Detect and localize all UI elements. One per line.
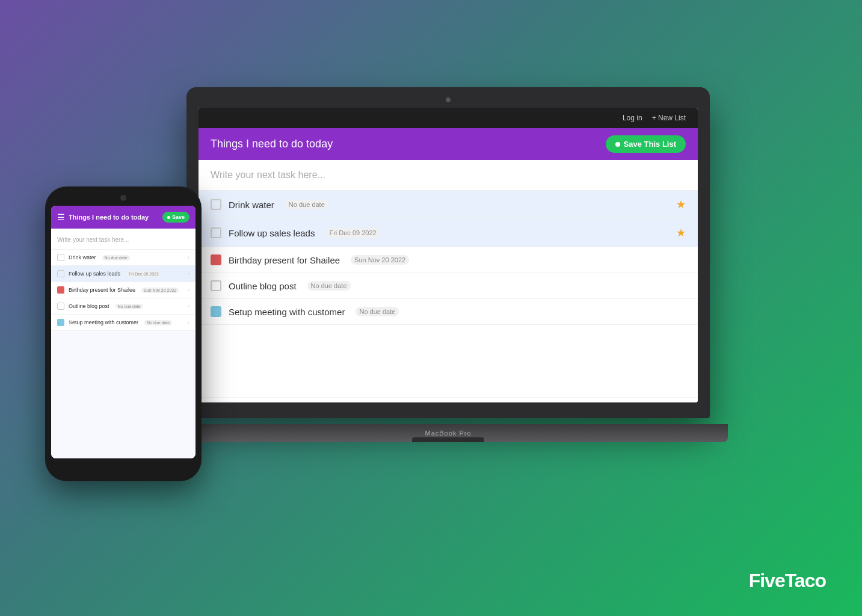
- phone-topbar: ☰ Things I need to do today Save: [51, 206, 195, 229]
- chevron-right-icon: ›: [188, 319, 189, 325]
- task-due-date: No due date: [307, 281, 351, 291]
- phone-task-name: Setup meeting with customer: [69, 319, 138, 325]
- laptop-device: Log in + New List Things I need to do to…: [186, 87, 710, 442]
- phone-task-checkbox[interactable]: [57, 254, 64, 261]
- phone-task-item[interactable]: Outline blog post No due date ›: [51, 298, 195, 315]
- chevron-right-icon: ›: [188, 271, 189, 277]
- laptop-body: Log in + New List Things I need to do to…: [186, 87, 710, 418]
- task-name: Drink water: [229, 200, 274, 210]
- phone-task-name: Drink water: [69, 254, 96, 260]
- task-checkbox[interactable]: [211, 199, 221, 210]
- phone-body: ☰ Things I need to do today Save Write y…: [45, 186, 202, 481]
- task-checkbox[interactable]: [211, 280, 221, 291]
- phone-content: Write your next task here... Drink water…: [51, 229, 195, 458]
- task-input-placeholder[interactable]: Write your next task here...: [211, 170, 325, 180]
- laptop-brand-label: MacBook Pro: [425, 430, 471, 437]
- phone-save-dot-icon: [167, 216, 170, 219]
- task-due-date: Sun Nov 20 2022: [351, 255, 409, 265]
- laptop-base-notch: [412, 437, 484, 442]
- phone-task-due-date: Fri Dec 09 2022: [126, 271, 161, 277]
- phone-task-item[interactable]: Drink water No due date ›: [51, 250, 195, 266]
- phone-screen: ☰ Things I need to do today Save Write y…: [51, 206, 195, 458]
- task-item[interactable]: Setup meeting with customer No due date: [199, 299, 698, 325]
- phone-list-title: Things I need to do today: [69, 214, 149, 221]
- task-name: Outline blog post: [229, 281, 297, 291]
- laptop-base: MacBook Pro: [168, 424, 728, 442]
- phone-save-button[interactable]: Save: [162, 212, 189, 223]
- save-this-list-button[interactable]: Save This List: [606, 135, 686, 153]
- phone-task-color-indicator: [57, 319, 64, 326]
- phone-device: ☰ Things I need to do today Save Write y…: [45, 186, 202, 481]
- hamburger-icon[interactable]: ☰: [57, 212, 65, 222]
- task-due-date: No due date: [285, 200, 328, 209]
- task-color-indicator: [211, 306, 221, 317]
- phone-task-input-row[interactable]: Write your next task here...: [51, 229, 195, 250]
- phone-task-name: Birthday present for Shailee: [69, 287, 135, 293]
- task-checkbox[interactable]: [211, 227, 221, 238]
- laptop-camera-bar: [199, 96, 698, 104]
- phone-task-name: Outline blog post: [69, 303, 109, 309]
- brand-taco: Taco: [785, 570, 826, 591]
- chevron-right-icon: ›: [188, 287, 189, 293]
- task-color-indicator: [211, 254, 221, 265]
- chevron-right-icon: ›: [188, 254, 189, 260]
- app-content: Write your next task here... Drink water…: [199, 160, 698, 402]
- task-name: Birthday present for Shailee: [229, 255, 340, 265]
- app-footer: About Developers Suggest a feature: [199, 397, 698, 402]
- task-due-date: No due date: [356, 307, 399, 316]
- laptop-camera: [446, 97, 451, 102]
- app-topbar: Log in + New List: [199, 108, 698, 128]
- phone-task-name: Follow up sales leads: [69, 271, 120, 277]
- task-item[interactable]: Drink water No due date ★: [199, 191, 698, 219]
- list-title: Things I need to do today: [211, 138, 333, 150]
- phone-task-input-placeholder[interactable]: Write your next task here...: [57, 236, 129, 243]
- save-dot-icon: [615, 142, 620, 147]
- fivetaco-logo: FiveTaco: [749, 570, 826, 592]
- phone-topbar-left: ☰ Things I need to do today: [57, 212, 149, 222]
- phone-task-due-date: No due date: [102, 255, 130, 260]
- phone-task-color-indicator: [57, 286, 64, 294]
- star-icon[interactable]: ★: [676, 226, 686, 239]
- brand-five: Five: [749, 570, 785, 591]
- task-item[interactable]: Outline blog post No due date: [199, 273, 698, 299]
- task-item[interactable]: Birthday present for Shailee Sun Nov 20 …: [199, 247, 698, 273]
- star-icon[interactable]: ★: [676, 198, 686, 211]
- phone-task-checkbox[interactable]: [57, 303, 64, 310]
- task-input-row[interactable]: Write your next task here...: [199, 160, 698, 191]
- task-name: Setup meeting with customer: [229, 307, 345, 317]
- task-name: Follow up sales leads: [229, 228, 315, 238]
- phone-camera: [120, 195, 126, 201]
- new-list-link[interactable]: + New List: [652, 114, 686, 122]
- phone-task-due-date: Sun Nov 20 2022: [141, 288, 179, 293]
- phone-task-item[interactable]: Setup meeting with customer No due date …: [51, 315, 195, 331]
- laptop-screen: Log in + New List Things I need to do to…: [199, 108, 698, 402]
- phone-camera-bar: [51, 195, 195, 201]
- login-link[interactable]: Log in: [623, 114, 642, 122]
- phone-task-checkbox[interactable]: [57, 270, 64, 277]
- task-list: Drink water No due date ★ Follow up sale…: [199, 191, 698, 325]
- task-item[interactable]: Follow up sales leads Fri Dec 09 2022 ★: [199, 219, 698, 247]
- app-header: Things I need to do today Save This List: [199, 128, 698, 160]
- chevron-right-icon: ›: [188, 303, 189, 309]
- phone-task-due-date: No due date: [144, 320, 172, 325]
- phone-task-item[interactable]: Follow up sales leads Fri Dec 09 2022 ›: [51, 266, 195, 282]
- phone-task-due-date: No due date: [115, 304, 143, 309]
- phone-task-list: Drink water No due date › Follow up sale…: [51, 250, 195, 331]
- phone-task-item[interactable]: Birthday present for Shailee Sun Nov 20 …: [51, 282, 195, 298]
- task-due-date: Fri Dec 09 2022: [325, 228, 380, 238]
